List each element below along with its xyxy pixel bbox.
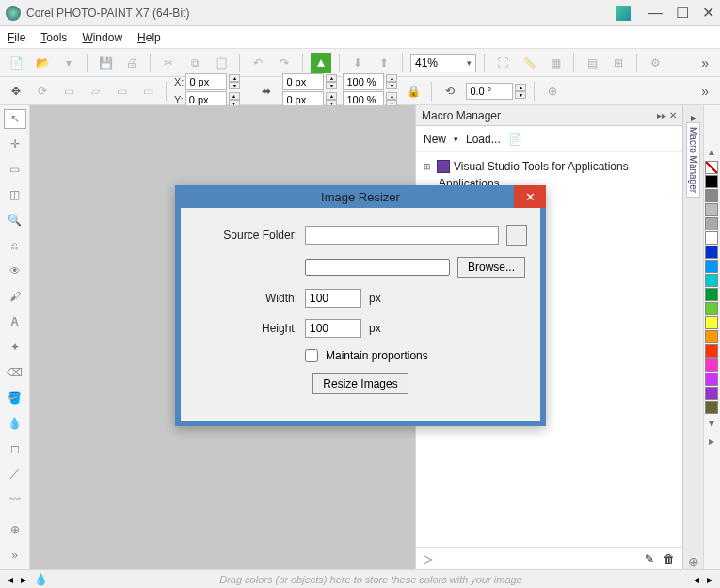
window-title: Corel PHOTO-PAINT X7 (64-Bit) (26, 7, 616, 20)
scalex-spinner[interactable]: ▴▾ (386, 74, 397, 89)
docker-tabs: ▸ Macro Manager ⊕ (682, 105, 703, 569)
width-field[interactable] (305, 289, 361, 308)
menu-help[interactable]: Help (137, 31, 161, 44)
menu-file[interactable]: File (8, 31, 25, 44)
pin-icon[interactable]: ▸▸ ✕ (657, 110, 677, 120)
property-bar: ✥ ⟳ ▭ ▱ ▭ ▭ X:▴▾ Y:▴▾ ⬌ ▴▾ ▴▾ ▴▾ ▴▾ 🔒 ⟲ … (0, 77, 720, 105)
color-swatch[interactable] (705, 260, 718, 273)
new-macro-button[interactable]: New (424, 133, 446, 146)
delete-macro-icon[interactable]: 🗑 (664, 552, 675, 565)
expand-icon[interactable]: ⊞ (424, 162, 433, 171)
color-swatch[interactable] (705, 316, 718, 329)
dialog-close-button[interactable]: ✕ (514, 185, 546, 208)
options-button: ⚙ (645, 53, 665, 73)
x-input[interactable] (185, 73, 227, 90)
apply-button[interactable]: ⊕ (542, 81, 563, 102)
tabs-scroll-up[interactable]: ▸ (691, 111, 696, 120)
transform-tool[interactable]: ◫ (4, 185, 26, 205)
zoom-combo[interactable]: 41%▾ (410, 54, 476, 72)
dialog-titlebar[interactable]: Image Resizer ✕ (175, 185, 546, 208)
line-tool[interactable]: ／ (4, 464, 26, 484)
macro-options-icon[interactable]: 📄 (508, 133, 522, 146)
maintain-proportions-checkbox[interactable] (305, 349, 318, 362)
crop-tool[interactable]: ✛ (4, 135, 26, 154)
color-swatch[interactable] (705, 274, 718, 287)
load-macro-button[interactable]: Load... (466, 133, 501, 146)
app-icon (6, 6, 21, 21)
guidelines-button: ▤ (582, 53, 602, 73)
scalex-input[interactable] (343, 73, 384, 90)
width-label: Width: (194, 292, 297, 305)
add-tool[interactable]: ⊕ (4, 520, 26, 540)
color-swatch[interactable] (705, 344, 718, 358)
color-swatch[interactable] (705, 330, 718, 343)
palette-menu[interactable]: ▸ (705, 433, 718, 450)
color-swatch[interactable] (705, 401, 718, 414)
palette-scroll-down[interactable]: ▾ (705, 415, 718, 432)
clone-tool[interactable]: ⎌ (4, 236, 26, 256)
eyedropper-tool[interactable]: 💧 (4, 413, 26, 433)
launcher-button[interactable] (311, 53, 331, 73)
text-tool[interactable]: A (4, 312, 26, 332)
color-swatch[interactable] (705, 288, 718, 301)
x-spinner[interactable]: ▴▾ (229, 74, 240, 89)
palette-prev[interactable]: ◂ (8, 573, 13, 586)
edit-macro-icon[interactable]: ✎ (645, 552, 654, 565)
path-tool[interactable]: 〰 (4, 489, 26, 509)
color-swatch[interactable] (705, 373, 718, 386)
pick-tool[interactable]: ↖ (4, 109, 26, 129)
color-swatch[interactable] (705, 175, 718, 188)
color-swatch[interactable] (705, 358, 718, 372)
menu-window[interactable]: Window (82, 31, 122, 44)
new-file-button[interactable]: 📄 (6, 53, 26, 73)
width-input[interactable] (282, 73, 324, 90)
run-macro-icon[interactable]: ▷ (424, 552, 432, 565)
zoom-tool[interactable]: 🔍 (4, 211, 26, 230)
width-spinner[interactable]: ▴▾ (326, 74, 337, 89)
add-docker-icon[interactable]: ⊕ (688, 554, 699, 569)
resize-images-button[interactable]: Resize Images (312, 373, 408, 394)
docker-footer: ▷ ✎ 🗑 (416, 547, 682, 569)
macro-manager-tab[interactable]: Macro Manager (686, 122, 700, 198)
toolbar-overflow[interactable]: » (696, 56, 714, 71)
color-swatch[interactable] (705, 246, 718, 259)
source-folder-input[interactable] (305, 226, 499, 245)
palette-right-next[interactable]: ▸ (707, 573, 712, 586)
open-file-button[interactable]: 📂 (32, 53, 53, 73)
lock-ratio-icon[interactable]: 🔒 (403, 81, 424, 102)
shape-tool[interactable]: ◻ (4, 438, 26, 458)
eraser-tool[interactable]: ⌫ (4, 362, 26, 382)
redeye-tool[interactable]: 👁 (4, 262, 26, 281)
effect-tool[interactable]: ✦ (4, 337, 26, 357)
dest-folder-input[interactable] (305, 259, 450, 276)
height-field[interactable] (305, 319, 361, 338)
color-swatch[interactable] (705, 387, 718, 400)
maximize-button[interactable]: ☐ (676, 4, 689, 22)
tree-item[interactable]: ⊞Visual Studio Tools for Applications (420, 158, 679, 175)
menu-tools[interactable]: Tools (40, 31, 67, 44)
docker-header[interactable]: Macro Manager ▸▸ ✕ (416, 105, 682, 126)
color-swatch[interactable] (705, 189, 718, 202)
color-swatch[interactable] (705, 217, 718, 230)
propertybar-overflow[interactable]: » (696, 84, 714, 99)
browse-dest-button[interactable]: Browse... (457, 257, 525, 278)
eyedropper-icon[interactable]: 💧 (34, 573, 48, 586)
height-label: Height: (194, 322, 297, 335)
minimize-button[interactable]: — (648, 5, 663, 22)
rotation-spinner[interactable]: ▴▾ (515, 84, 526, 99)
palette-scroll-up[interactable]: ▴ (705, 143, 718, 160)
color-swatch[interactable] (705, 231, 718, 245)
color-swatch[interactable] (705, 203, 718, 216)
export-button: ⬆ (374, 53, 394, 73)
no-color-swatch[interactable] (705, 161, 718, 174)
color-swatch[interactable] (705, 302, 718, 315)
mask-tool[interactable]: ▭ (4, 160, 26, 180)
fill-tool[interactable]: 🪣 (4, 388, 26, 407)
palette-right-prev[interactable]: ◂ (694, 573, 699, 586)
rotation-input[interactable] (466, 83, 513, 100)
new-macro-dropdown[interactable]: ▾ (454, 135, 458, 144)
brush-tool[interactable]: 🖌 (4, 287, 26, 307)
toolbox-overflow[interactable]: » (4, 546, 26, 565)
palette-next[interactable]: ▸ (21, 573, 26, 586)
close-button[interactable]: ✕ (702, 4, 714, 22)
